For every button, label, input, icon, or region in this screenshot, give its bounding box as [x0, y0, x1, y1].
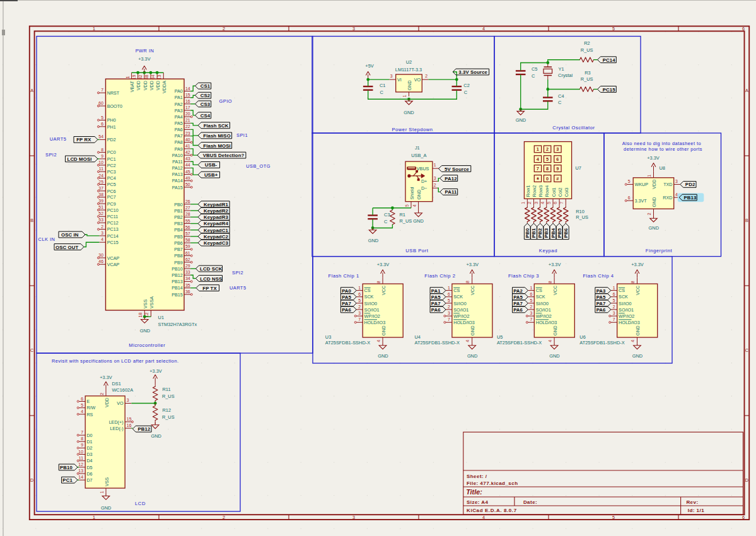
svg-text:46: 46 [98, 259, 103, 264]
svg-text:53: 53 [98, 218, 103, 222]
svg-text:LED(-): LED(-) [110, 426, 123, 431]
svg-text:PA7: PA7 [342, 301, 351, 306]
svg-text:BOOT0: BOOT0 [107, 103, 122, 109]
svg-text:PA6: PA6 [513, 307, 523, 313]
svg-text:7: 7 [559, 202, 564, 204]
svg-text:PC1: PC1 [107, 156, 116, 162]
svg-text:VDD: VDD [651, 180, 657, 189]
svg-text:CLK IN: CLK IN [38, 236, 55, 242]
svg-text:Y1: Y1 [559, 66, 564, 72]
svg-text:Col2: Col2 [557, 187, 563, 197]
svg-text:HOLD/IO3: HOLD/IO3 [536, 320, 557, 325]
svg-text:2: 2 [223, 515, 225, 520]
svg-text:3.3VT: 3.3VT [634, 198, 647, 204]
svg-text:Microcontroller: Microcontroller [129, 342, 165, 348]
svg-text:CS4: CS4 [201, 113, 211, 119]
svg-text:B: B [745, 218, 748, 223]
svg-text:U5: U5 [497, 334, 503, 340]
svg-text:14: 14 [185, 86, 190, 91]
svg-text:R10: R10 [576, 209, 584, 214]
svg-text:13: 13 [157, 75, 162, 80]
svg-text:GND: GND [416, 190, 422, 200]
svg-text:PA5: PA5 [175, 120, 183, 126]
svg-text:PB6: PB6 [563, 228, 569, 238]
svg-text:6: 6 [81, 397, 83, 401]
svg-text:GND: GND [467, 353, 477, 359]
svg-text:3: 3 [675, 179, 678, 184]
svg-text:KeypadR2: KeypadR2 [204, 208, 228, 214]
svg-text:PA5: PA5 [342, 294, 351, 300]
svg-text:GND: GND [381, 325, 387, 335]
svg-text:USB-: USB- [205, 162, 218, 168]
svg-text:CS: CS [536, 288, 542, 293]
svg-text:3: 3 [448, 311, 450, 315]
svg-text:SPI2: SPI2 [45, 152, 57, 158]
svg-text:21: 21 [185, 118, 190, 122]
svg-text:WP/IO2: WP/IO2 [453, 313, 469, 319]
svg-text:42: 42 [185, 150, 190, 154]
svg-text:CS1: CS1 [201, 83, 211, 89]
svg-text:PC10: PC10 [107, 207, 119, 213]
svg-text:D2: D2 [86, 445, 92, 451]
svg-text:1: 1 [521, 202, 525, 204]
svg-text:PC4: PC4 [107, 175, 116, 181]
svg-text:16: 16 [185, 99, 190, 103]
svg-text:PC1: PC1 [62, 477, 73, 483]
svg-text:64: 64 [151, 75, 156, 80]
svg-text:WP/IO2: WP/IO2 [536, 313, 552, 319]
svg-text:54: 54 [98, 134, 103, 139]
svg-text:3: 3 [127, 398, 129, 402]
svg-text:GND: GND [101, 505, 111, 511]
svg-text:1: 1 [358, 286, 361, 290]
svg-text:VDD: VDD [104, 398, 110, 407]
svg-text:5: 5 [547, 202, 551, 204]
svg-text:PB4: PB4 [550, 228, 556, 238]
svg-text:HOLD/IO3: HOLD/IO3 [364, 320, 386, 325]
svg-text:PC9: PC9 [107, 201, 116, 207]
svg-text:SCK: SCK [453, 294, 463, 300]
svg-text:AT25SFDB1-SSHD-X: AT25SFDB1-SSHD-X [497, 340, 542, 346]
svg-text:39: 39 [98, 199, 103, 203]
svg-text:R1: R1 [400, 212, 405, 218]
svg-text:VDD: VDD [142, 81, 148, 90]
svg-text:C: C [30, 347, 33, 353]
svg-text:Flash Chip 1: Flash Chip 1 [328, 273, 359, 279]
svg-text:17: 17 [185, 105, 190, 110]
svg-text:3: 3 [101, 231, 103, 235]
svg-text:Row4: Row4 [544, 185, 550, 197]
svg-text:WKUP: WKUP [634, 182, 648, 187]
svg-text:13: 13 [78, 469, 83, 473]
svg-text:PA1: PA1 [175, 95, 183, 100]
svg-text:OSC IN: OSC IN [61, 232, 79, 238]
svg-text:11: 11 [79, 456, 83, 460]
svg-text:8: 8 [376, 281, 381, 283]
svg-text:PB7: PB7 [174, 247, 183, 252]
svg-text:Size: A4: Size: A4 [467, 499, 489, 505]
svg-text:9: 9 [556, 166, 559, 172]
svg-text:PC11: PC11 [107, 214, 118, 219]
svg-text:FP RX: FP RX [76, 137, 91, 143]
svg-text:D5: D5 [86, 465, 92, 470]
svg-text:3: 3 [434, 176, 436, 180]
svg-text:C5: C5 [532, 66, 537, 72]
svg-text:SI/IO0: SI/IO0 [536, 301, 549, 306]
svg-text:37: 37 [98, 186, 103, 190]
svg-text:PD2: PD2 [107, 137, 116, 143]
svg-text:+3.3V: +3.3V [466, 262, 479, 267]
svg-text:C: C [745, 347, 748, 353]
svg-text:1: 1 [434, 163, 436, 167]
svg-text:LED(+): LED(+) [109, 419, 124, 425]
svg-text:7: 7 [613, 317, 615, 322]
svg-text:GND: GND [404, 110, 414, 115]
svg-text:C1: C1 [380, 83, 385, 88]
svg-text:VDDA: VDDA [161, 81, 167, 93]
svg-text:C: C [464, 90, 468, 95]
svg-text:20: 20 [185, 112, 190, 116]
svg-text:A: A [30, 88, 33, 93]
svg-text:R11: R11 [163, 387, 171, 392]
svg-text:45: 45 [185, 170, 190, 174]
svg-text:U6: U6 [579, 334, 585, 340]
svg-text:C: C [380, 90, 384, 95]
svg-text:27: 27 [185, 206, 190, 210]
svg-text:PA13: PA13 [172, 172, 183, 177]
